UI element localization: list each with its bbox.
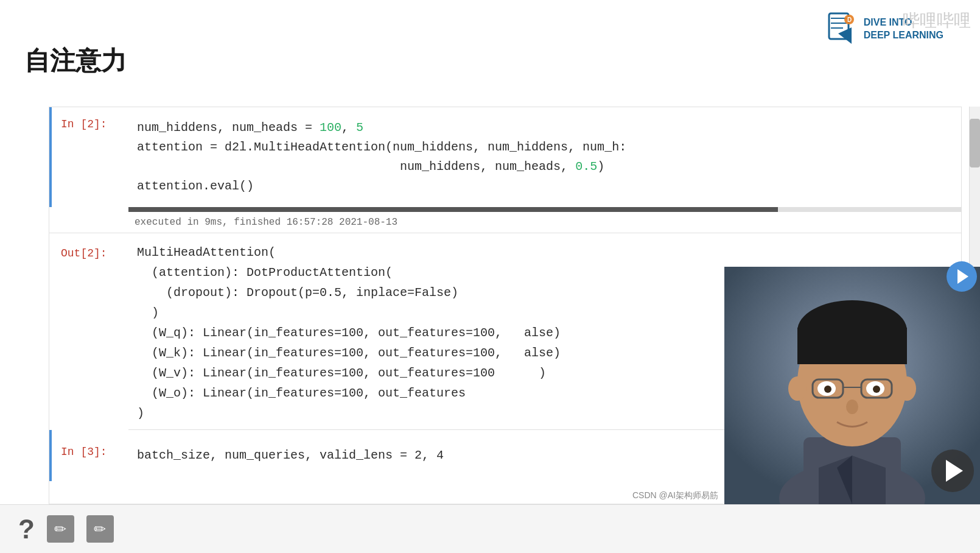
cell-in2-code: num_hiddens, num_heads = 100, 5 attentio… <box>131 107 961 207</box>
play-icon <box>946 460 963 482</box>
exec-info: executed in 9ms, finished 16:57:28 2021-… <box>49 212 961 233</box>
cell-in3-label: In [3]: <box>52 435 131 476</box>
svg-point-21 <box>846 400 858 414</box>
svg-point-20 <box>873 386 880 393</box>
dive-deep-learning-logo-icon: D <box>826 12 856 46</box>
svg-text:D: D <box>847 16 852 23</box>
progress-bar-container <box>128 207 961 212</box>
code-line-3: num_hiddens, num_heads, 0.5) <box>137 157 955 177</box>
edit-icon-2[interactable]: ✏ <box>86 515 114 543</box>
nav-arrow-right[interactable] <box>947 261 977 292</box>
svg-point-19 <box>824 386 831 393</box>
out-line-1: MultiHeadAttention( <box>137 242 955 262</box>
svg-point-13 <box>898 376 916 401</box>
code-line-2: attention = d2l.MultiHeadAttention(num_h… <box>137 138 955 157</box>
top-right-extra: 哔哩哔哩 <box>903 9 971 32</box>
svg-point-12 <box>788 376 807 401</box>
cell-input-2: In [2]: num_hiddens, num_heads = 100, 5 … <box>49 107 961 207</box>
question-button[interactable]: ? <box>18 514 35 544</box>
csdn-watermark: CSDN @AI架构师易筋 <box>632 490 718 501</box>
page-title: 自注意力 <box>24 44 127 78</box>
scrollbar-thumb[interactable] <box>970 119 980 167</box>
cell-in2-label: In [2]: <box>52 107 131 207</box>
progress-bar-fill <box>128 207 778 212</box>
code-line-4: attention.eval() <box>137 177 955 196</box>
svg-rect-11 <box>797 328 907 364</box>
play-button[interactable] <box>931 449 974 492</box>
arrow-right-icon <box>957 269 968 284</box>
bottom-bar: ? ✏ ✏ <box>0 504 980 553</box>
cell-out2-label: Out[2]: <box>52 236 131 429</box>
code-line-1: num_hiddens, num_heads = 100, 5 <box>137 118 955 138</box>
edit-icon-1[interactable]: ✏ <box>47 515 74 543</box>
